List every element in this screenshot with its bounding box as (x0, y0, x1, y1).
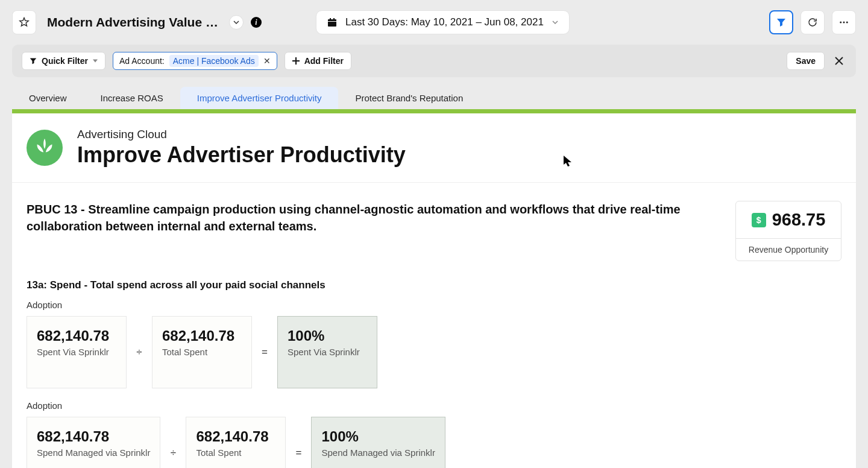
metric-block-sub: Adoption (27, 300, 841, 310)
svg-rect-2 (330, 18, 331, 20)
description-text: PBUC 13 - Streamline campaign production… (27, 201, 711, 235)
filter-bar: Quick Filter Ad Account: Acme | Facebook… (12, 45, 856, 77)
more-menu-button[interactable] (832, 10, 856, 34)
quick-filter-button[interactable]: Quick Filter (22, 52, 105, 70)
chip-remove[interactable]: ✕ (263, 56, 271, 66)
date-range-text: Last 30 Days: May 10, 2021 – Jun 08, 202… (345, 16, 544, 28)
close-filter-bar[interactable] (832, 54, 846, 68)
svg-point-6 (846, 22, 848, 24)
tab-protect-brand[interactable]: Protect Brand's Reputation (338, 87, 480, 109)
revenue-label: Revenue Opportunity (736, 239, 841, 261)
metric-result-card: 100% Spent Via Sprinklr (277, 316, 377, 388)
metric-value: 682,140.78 (162, 327, 242, 344)
metric-card: 682,140.78 Total Spent (186, 417, 286, 468)
tab-increase-roas[interactable]: Increase ROAS (84, 87, 180, 109)
metric-label: Spent Via Sprinklr (288, 347, 367, 357)
metric-row: 682,140.78 Spend Managed via Sprinklr ÷ … (27, 417, 841, 468)
svg-rect-0 (328, 19, 336, 27)
revenue-opportunity-card: $ 968.75 Revenue Opportunity (735, 201, 841, 261)
plus-icon (292, 57, 300, 65)
metric-section-title: 13a: Spend - Total spend across all your… (27, 279, 841, 291)
metric-value: 100% (321, 428, 435, 445)
star-icon (19, 17, 30, 28)
more-horizontal-icon (838, 17, 849, 28)
chevron-down-icon (552, 19, 558, 25)
metric-result-card: 100% Spend Managed via Sprinklr (311, 417, 445, 468)
date-range-picker[interactable]: Last 30 Days: May 10, 2021 – Jun 08, 202… (316, 10, 570, 34)
calendar-icon (327, 17, 337, 27)
filter-chip-ad-account[interactable]: Ad Account: Acme | Facebook Ads ✕ (113, 52, 277, 70)
sprinklr-icon (33, 136, 56, 159)
metric-value: 682,140.78 (196, 428, 275, 445)
page-title: Modern Advertising Value Realizati... (47, 15, 222, 30)
divide-operator: ÷ (160, 417, 186, 468)
accent-strip (12, 109, 856, 113)
equals-operator: = (286, 417, 311, 468)
dollar-icon: $ (752, 213, 766, 227)
metric-label: Total Spent (162, 347, 242, 357)
metric-row: 682,140.78 Spent Via Sprinklr ÷ 682,140.… (27, 316, 841, 388)
refresh-icon (807, 17, 818, 28)
chip-value: Acme | Facebook Ads (169, 55, 259, 67)
tabs: Overview Increase ROAS Improve Advertise… (12, 87, 856, 109)
svg-rect-1 (328, 21, 336, 22)
cursor-icon (564, 156, 572, 166)
add-filter-label: Add Filter (304, 56, 344, 66)
svg-rect-3 (333, 18, 335, 20)
add-filter-button[interactable]: Add Filter (285, 52, 351, 70)
title-dropdown[interactable] (229, 15, 244, 30)
chevron-down-icon (233, 19, 239, 25)
favorite-button[interactable] (12, 10, 36, 34)
info-icon[interactable]: i (251, 17, 262, 28)
tab-improve-productivity[interactable]: Improve Advertiser Productivity (180, 87, 339, 109)
metric-card: 682,140.78 Total Spent (152, 316, 252, 388)
metric-label: Spent Via Sprinklr (37, 347, 116, 357)
caret-down-icon (93, 58, 98, 63)
metric-label: Spend Managed via Sprinklr (37, 447, 150, 458)
card-subtitle: Advertising Cloud (77, 128, 406, 141)
card-heading: Improve Advertiser Productivity (77, 142, 406, 168)
refresh-button[interactable] (800, 10, 825, 34)
filter-toggle-button[interactable] (769, 10, 793, 34)
metric-card: 682,140.78 Spent Via Sprinklr (27, 316, 127, 388)
divide-operator: ÷ (127, 316, 152, 388)
metric-label: Spend Managed via Sprinklr (321, 447, 435, 458)
funnel-icon (776, 17, 786, 27)
funnel-icon (30, 57, 37, 65)
product-logo (27, 130, 63, 166)
revenue-value: 968.75 (772, 210, 826, 230)
equals-operator: = (252, 316, 277, 388)
metric-block-sub: Adoption (27, 400, 841, 411)
save-filter-button[interactable]: Save (787, 52, 825, 70)
close-icon (835, 57, 843, 65)
quick-filter-label: Quick Filter (42, 56, 88, 66)
metric-value: 682,140.78 (37, 428, 150, 445)
svg-point-4 (840, 22, 841, 24)
metric-label: Total Spent (196, 447, 275, 458)
metric-value: 682,140.78 (37, 327, 116, 344)
svg-point-5 (843, 22, 845, 24)
metric-value: 100% (288, 327, 367, 344)
metric-card: 682,140.78 Spend Managed via Sprinklr (27, 417, 160, 468)
content-pane: Advertising Cloud Improve Advertiser Pro… (12, 109, 856, 468)
chip-label: Ad Account: (119, 56, 165, 66)
tab-overview[interactable]: Overview (12, 87, 84, 109)
